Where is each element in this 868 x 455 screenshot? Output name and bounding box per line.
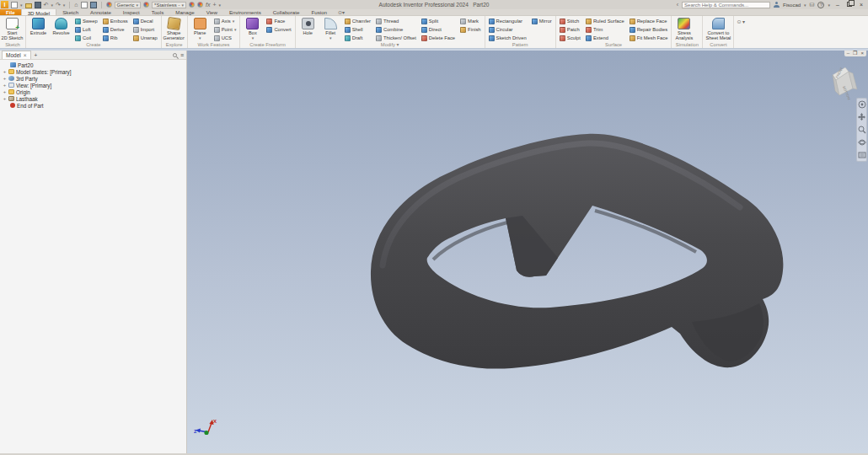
undo-icon[interactable]: ↶ (44, 2, 49, 8)
rib-button[interactable]: Rib (101, 34, 130, 42)
home-icon[interactable]: ⌂ (74, 2, 78, 8)
panel-name[interactable]: Pattern (485, 42, 555, 48)
close-button[interactable]: × (857, 2, 865, 8)
coil-button[interactable]: Coil (73, 34, 99, 42)
tree-item-part[interactable]: Part20 (3, 62, 186, 68)
import-button[interactable]: Import (131, 25, 159, 34)
tree-item-model-states[interactable]: + Model States: [Primary] (3, 68, 186, 75)
qat-add-icon[interactable]: + (212, 2, 216, 8)
tree-item-end-of-part[interactable]: End of Part (3, 102, 186, 109)
save-icon[interactable] (35, 2, 41, 8)
sculpt-button[interactable]: Sculpt (558, 34, 582, 42)
new-file-dropdown[interactable]: ▾ (20, 3, 23, 8)
doc-minimize-button[interactable]: – (847, 51, 849, 56)
combine-button[interactable]: Combine (374, 25, 418, 34)
account-icon[interactable] (774, 2, 780, 8)
expand-icon[interactable]: + (3, 96, 7, 101)
emboss-button[interactable]: Emboss (101, 17, 130, 25)
tab-manage[interactable]: Manage (169, 8, 200, 15)
tab-sketch[interactable]: Sketch (56, 8, 84, 15)
box-dropdown[interactable]: ▾ (252, 35, 255, 40)
tab-view[interactable]: View (201, 8, 223, 15)
circular-pattern-button[interactable]: Circular (487, 25, 528, 34)
revolve-button[interactable]: Revolve (50, 17, 72, 35)
tab-collaborate[interactable]: Collaborate (267, 8, 306, 15)
stress-analysis-button[interactable]: Stress Analysis (672, 17, 695, 40)
thicken-offset-button[interactable]: Thicken/ Offset (374, 34, 418, 42)
tab-environments[interactable]: Environments (223, 8, 267, 15)
search-icon[interactable] (173, 53, 177, 57)
rectangular-pattern-button[interactable]: Rectangular (487, 17, 528, 25)
appearance-sphere-icon[interactable] (143, 2, 149, 8)
panel-name[interactable]: Simulation (672, 42, 702, 48)
panel-name[interactable]: Convert (703, 42, 733, 48)
doc-close-button[interactable]: × (860, 51, 864, 56)
ucs-button[interactable]: UCS (212, 34, 238, 42)
collapse-search-icon[interactable]: ‹ (677, 2, 678, 8)
expand-icon[interactable]: + (3, 83, 7, 88)
panel-name[interactable]: Explore (162, 42, 187, 48)
tab-annotate[interactable]: Annotate (84, 8, 117, 15)
open-file-icon[interactable] (25, 3, 32, 8)
extend-button[interactable]: Extend (584, 34, 626, 42)
redo-icon[interactable]: ↷ (56, 2, 61, 8)
expand-icon[interactable]: + (3, 69, 7, 74)
tree-item-3rd-party[interactable]: + 3rd Party (3, 75, 186, 82)
properties-icon[interactable] (81, 2, 88, 8)
zoom-icon[interactable] (858, 126, 866, 134)
orbit-icon[interactable] (858, 138, 866, 147)
search-input[interactable] (684, 3, 768, 8)
repair-bodies-button[interactable]: Repair Bodies (628, 25, 670, 34)
browser-menu-icon[interactable]: ≡ (180, 52, 184, 58)
hole-button[interactable]: Hole (297, 17, 319, 35)
tab-overflow-icon[interactable]: ⊙▾ (338, 9, 345, 15)
fillet-dropdown[interactable]: ▾ (330, 35, 332, 40)
box-button[interactable]: Box ▾ (241, 17, 264, 40)
panel-name[interactable]: Work Features (188, 42, 240, 48)
account-dropdown[interactable]: ▾ (804, 3, 806, 8)
look-at-icon[interactable] (858, 151, 866, 159)
stitch-button[interactable]: Stitch (558, 17, 582, 25)
unwrap-button[interactable]: Unwrap (131, 34, 159, 42)
chamfer-button[interactable]: Chamfer (343, 17, 372, 25)
close-icon[interactable]: × (24, 52, 27, 58)
plane-dropdown[interactable]: ▾ (199, 35, 201, 40)
account-name[interactable]: Fisocad (783, 3, 801, 8)
sketch-driven-button[interactable]: Sketch Driven (487, 34, 528, 42)
sweep-button[interactable]: Sweep (73, 17, 99, 25)
panel-name[interactable]: Modify ▾ (296, 42, 485, 48)
redo-dropdown[interactable]: ▾ (63, 3, 66, 8)
split-button[interactable]: Split (420, 17, 457, 25)
replace-face-button[interactable]: Replace Face (628, 17, 670, 25)
help-dropdown[interactable]: ▾ (828, 3, 830, 8)
tree-item-lasthaak[interactable]: + Lasthaak (3, 95, 186, 102)
tab-fusion[interactable]: Fusion (305, 8, 333, 15)
ruled-surface-button[interactable]: Ruled Surface (584, 17, 626, 25)
app-store-icon[interactable]: ⛁ (810, 2, 815, 8)
panel-name[interactable]: Surface (556, 42, 672, 48)
tab-3d-model[interactable]: 3D Model (21, 8, 56, 15)
ribbon-options-icon[interactable]: ⊙ ▾ (734, 16, 745, 48)
help-icon[interactable]: ? (817, 2, 824, 8)
browser-add-tab-button[interactable]: + (31, 52, 41, 58)
direct-button[interactable]: Direct (420, 25, 457, 34)
face-button[interactable]: Face (265, 17, 292, 25)
material-sphere-icon[interactable] (106, 2, 112, 8)
tab-inspect[interactable]: Inspect (117, 8, 146, 15)
tab-file[interactable]: File (0, 8, 21, 15)
adjust-sphere-icon[interactable] (189, 2, 195, 8)
convert-button[interactable]: Convert (265, 25, 292, 34)
doc-restore-button[interactable]: ❒ (853, 51, 857, 56)
draft-button[interactable]: Draft (343, 34, 372, 42)
tab-tools[interactable]: Tools (146, 8, 169, 15)
trim-button[interactable]: Trim (584, 25, 626, 34)
axis-button[interactable]: Axis▾ (212, 17, 238, 25)
model-3d-part[interactable] (187, 51, 868, 453)
undo-dropdown[interactable]: ▾ (51, 3, 53, 8)
tree-item-origin[interactable]: + Origin (3, 88, 186, 95)
navigation-wheel-icon[interactable] (858, 100, 866, 109)
fillet-button[interactable]: Fillet ▾ (319, 17, 342, 40)
clear-appearance-icon[interactable] (197, 2, 203, 8)
restore-button[interactable] (845, 2, 854, 8)
finish-button[interactable]: Finish (458, 25, 482, 34)
